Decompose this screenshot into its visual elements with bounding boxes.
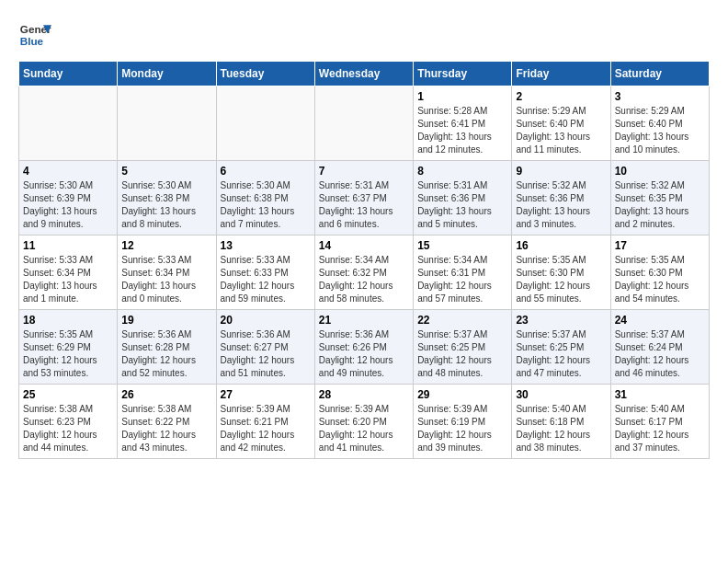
day-info: Sunrise: 5:34 AM Sunset: 6:31 PM Dayligh… xyxy=(417,254,507,305)
calendar-cell: 4Sunrise: 5:30 AM Sunset: 6:39 PM Daylig… xyxy=(19,161,118,236)
day-info: Sunrise: 5:34 AM Sunset: 6:32 PM Dayligh… xyxy=(319,254,409,305)
day-info: Sunrise: 5:40 AM Sunset: 6:17 PM Dayligh… xyxy=(615,403,705,454)
calendar-cell: 8Sunrise: 5:31 AM Sunset: 6:36 PM Daylig… xyxy=(414,161,512,236)
day-info: Sunrise: 5:40 AM Sunset: 6:18 PM Dayligh… xyxy=(516,403,606,454)
day-number: 15 xyxy=(417,239,507,252)
day-info: Sunrise: 5:28 AM Sunset: 6:41 PM Dayligh… xyxy=(417,105,507,156)
calendar-cell: 28Sunrise: 5:39 AM Sunset: 6:20 PM Dayli… xyxy=(314,385,413,459)
day-info: Sunrise: 5:30 AM Sunset: 6:38 PM Dayligh… xyxy=(221,179,311,231)
day-number: 22 xyxy=(417,314,507,327)
day-info: Sunrise: 5:38 AM Sunset: 6:23 PM Dayligh… xyxy=(23,403,113,454)
day-info: Sunrise: 5:32 AM Sunset: 6:35 PM Dayligh… xyxy=(615,179,705,231)
weekday-header-monday: Monday xyxy=(118,62,216,86)
day-number: 29 xyxy=(417,388,507,401)
day-number: 6 xyxy=(221,165,311,178)
day-info: Sunrise: 5:39 AM Sunset: 6:20 PM Dayligh… xyxy=(319,403,409,454)
day-number: 8 xyxy=(417,165,507,178)
day-number: 3 xyxy=(615,90,705,103)
calendar-cell xyxy=(216,86,314,161)
calendar-cell: 16Sunrise: 5:35 AM Sunset: 6:30 PM Dayli… xyxy=(512,236,610,310)
weekday-header-thursday: Thursday xyxy=(414,62,512,86)
calendar-cell: 22Sunrise: 5:37 AM Sunset: 6:25 PM Dayli… xyxy=(414,310,512,385)
calendar-cell: 11Sunrise: 5:33 AM Sunset: 6:34 PM Dayli… xyxy=(19,236,118,310)
day-number: 10 xyxy=(615,165,705,178)
weekday-header-tuesday: Tuesday xyxy=(216,62,314,86)
calendar-cell: 12Sunrise: 5:33 AM Sunset: 6:34 PM Dayli… xyxy=(118,236,216,310)
day-info: Sunrise: 5:36 AM Sunset: 6:27 PM Dayligh… xyxy=(221,328,311,380)
calendar-cell xyxy=(19,86,118,161)
calendar-cell: 3Sunrise: 5:29 AM Sunset: 6:40 PM Daylig… xyxy=(610,86,709,161)
logo-icon: General Blue xyxy=(18,18,51,52)
day-number: 20 xyxy=(221,314,311,327)
day-number: 24 xyxy=(615,314,705,327)
calendar-cell: 31Sunrise: 5:40 AM Sunset: 6:17 PM Dayli… xyxy=(610,385,709,459)
day-info: Sunrise: 5:38 AM Sunset: 6:22 PM Dayligh… xyxy=(121,403,211,454)
day-info: Sunrise: 5:35 AM Sunset: 6:30 PM Dayligh… xyxy=(615,254,705,305)
calendar-cell: 18Sunrise: 5:35 AM Sunset: 6:29 PM Dayli… xyxy=(19,310,118,385)
day-number: 16 xyxy=(516,239,606,252)
week-row-2: 4Sunrise: 5:30 AM Sunset: 6:39 PM Daylig… xyxy=(19,161,710,236)
calendar-cell: 29Sunrise: 5:39 AM Sunset: 6:19 PM Dayli… xyxy=(414,385,512,459)
day-number: 13 xyxy=(221,239,311,252)
day-info: Sunrise: 5:32 AM Sunset: 6:36 PM Dayligh… xyxy=(516,179,606,231)
day-info: Sunrise: 5:30 AM Sunset: 6:38 PM Dayligh… xyxy=(121,179,211,231)
day-info: Sunrise: 5:35 AM Sunset: 6:29 PM Dayligh… xyxy=(23,328,113,380)
day-info: Sunrise: 5:33 AM Sunset: 6:34 PM Dayligh… xyxy=(121,254,211,305)
week-row-4: 18Sunrise: 5:35 AM Sunset: 6:29 PM Dayli… xyxy=(19,310,710,385)
day-info: Sunrise: 5:31 AM Sunset: 6:37 PM Dayligh… xyxy=(319,179,409,231)
day-info: Sunrise: 5:33 AM Sunset: 6:34 PM Dayligh… xyxy=(23,254,113,305)
day-number: 27 xyxy=(221,388,311,401)
day-number: 28 xyxy=(319,388,409,401)
day-info: Sunrise: 5:29 AM Sunset: 6:40 PM Dayligh… xyxy=(615,105,705,156)
calendar-cell: 10Sunrise: 5:32 AM Sunset: 6:35 PM Dayli… xyxy=(610,161,709,236)
day-number: 7 xyxy=(319,165,409,178)
day-number: 30 xyxy=(516,388,606,401)
day-info: Sunrise: 5:37 AM Sunset: 6:24 PM Dayligh… xyxy=(615,328,705,380)
weekday-header-row: SundayMondayTuesdayWednesdayThursdayFrid… xyxy=(19,62,710,86)
calendar-cell: 1Sunrise: 5:28 AM Sunset: 6:41 PM Daylig… xyxy=(414,86,512,161)
day-number: 9 xyxy=(516,165,606,178)
day-info: Sunrise: 5:29 AM Sunset: 6:40 PM Dayligh… xyxy=(516,105,606,156)
calendar-cell: 5Sunrise: 5:30 AM Sunset: 6:38 PM Daylig… xyxy=(118,161,216,236)
day-info: Sunrise: 5:36 AM Sunset: 6:28 PM Dayligh… xyxy=(121,328,211,380)
calendar-cell: 6Sunrise: 5:30 AM Sunset: 6:38 PM Daylig… xyxy=(216,161,314,236)
day-number: 21 xyxy=(319,314,409,327)
weekday-header-saturday: Saturday xyxy=(610,62,709,86)
logo: General Blue xyxy=(18,18,51,52)
weekday-header-sunday: Sunday xyxy=(19,62,118,86)
calendar-cell: 14Sunrise: 5:34 AM Sunset: 6:32 PM Dayli… xyxy=(314,236,413,310)
day-number: 5 xyxy=(121,165,211,178)
calendar-cell: 2Sunrise: 5:29 AM Sunset: 6:40 PM Daylig… xyxy=(512,86,610,161)
day-info: Sunrise: 5:39 AM Sunset: 6:19 PM Dayligh… xyxy=(417,403,507,454)
calendar-cell xyxy=(314,86,413,161)
calendar-cell: 19Sunrise: 5:36 AM Sunset: 6:28 PM Dayli… xyxy=(118,310,216,385)
week-row-5: 25Sunrise: 5:38 AM Sunset: 6:23 PM Dayli… xyxy=(19,385,710,459)
day-info: Sunrise: 5:30 AM Sunset: 6:39 PM Dayligh… xyxy=(23,179,113,231)
weekday-header-wednesday: Wednesday xyxy=(314,62,413,86)
calendar-cell: 25Sunrise: 5:38 AM Sunset: 6:23 PM Dayli… xyxy=(19,385,118,459)
day-number: 26 xyxy=(121,388,211,401)
day-number: 23 xyxy=(516,314,606,327)
calendar-cell xyxy=(118,86,216,161)
day-number: 17 xyxy=(615,239,705,252)
day-number: 19 xyxy=(121,314,211,327)
week-row-1: 1Sunrise: 5:28 AM Sunset: 6:41 PM Daylig… xyxy=(19,86,710,161)
calendar-table: SundayMondayTuesdayWednesdayThursdayFrid… xyxy=(18,61,710,459)
calendar-cell: 20Sunrise: 5:36 AM Sunset: 6:27 PM Dayli… xyxy=(216,310,314,385)
calendar-cell: 7Sunrise: 5:31 AM Sunset: 6:37 PM Daylig… xyxy=(314,161,413,236)
day-number: 1 xyxy=(417,90,507,103)
day-number: 25 xyxy=(23,388,113,401)
calendar-cell: 27Sunrise: 5:39 AM Sunset: 6:21 PM Dayli… xyxy=(216,385,314,459)
page-header: General Blue xyxy=(18,18,710,52)
calendar-cell: 24Sunrise: 5:37 AM Sunset: 6:24 PM Dayli… xyxy=(610,310,709,385)
day-info: Sunrise: 5:36 AM Sunset: 6:26 PM Dayligh… xyxy=(319,328,409,380)
calendar-cell: 13Sunrise: 5:33 AM Sunset: 6:33 PM Dayli… xyxy=(216,236,314,310)
day-number: 4 xyxy=(23,165,113,178)
calendar-cell: 15Sunrise: 5:34 AM Sunset: 6:31 PM Dayli… xyxy=(414,236,512,310)
calendar-cell: 17Sunrise: 5:35 AM Sunset: 6:30 PM Dayli… xyxy=(610,236,709,310)
day-number: 14 xyxy=(319,239,409,252)
day-info: Sunrise: 5:35 AM Sunset: 6:30 PM Dayligh… xyxy=(516,254,606,305)
calendar-cell: 30Sunrise: 5:40 AM Sunset: 6:18 PM Dayli… xyxy=(512,385,610,459)
week-row-3: 11Sunrise: 5:33 AM Sunset: 6:34 PM Dayli… xyxy=(19,236,710,310)
day-number: 2 xyxy=(516,90,606,103)
